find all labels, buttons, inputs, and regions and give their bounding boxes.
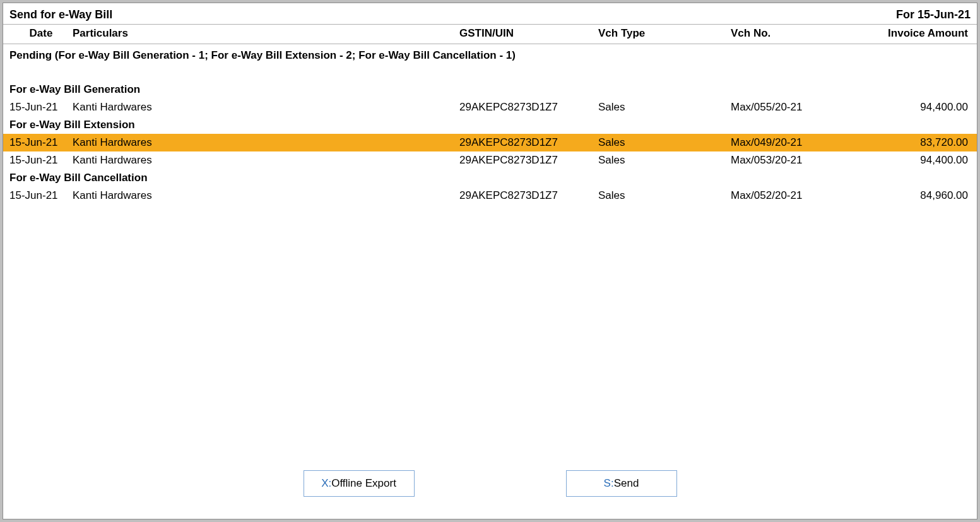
section-title: For e-Way Bill Cancellation	[3, 169, 977, 187]
offline-export-label: Offline Export	[331, 477, 396, 489]
cell-vchtype: Sales	[598, 188, 731, 203]
table-row[interactable]: 15-Jun-21Kanti Hardwares29AKEPC8273D1Z7S…	[3, 134, 977, 151]
cell-gstin: 29AKEPC8273D1Z7	[459, 100, 598, 115]
table-row[interactable]: 15-Jun-21Kanti Hardwares29AKEPC8273D1Z7S…	[3, 151, 977, 169]
table-row[interactable]: 15-Jun-21Kanti Hardwares29AKEPC8273D1Z7S…	[3, 187, 977, 205]
cell-particulars: Kanti Hardwares	[73, 153, 459, 168]
column-headers: Date Particulars GSTIN/UIN Vch Type Vch …	[3, 24, 977, 44]
cell-vchno: Max/053/20-21	[731, 153, 863, 168]
col-header-gstin: GSTIN/UIN	[459, 27, 598, 40]
cell-vchno: Max/052/20-21	[731, 188, 863, 203]
col-header-date: Date	[9, 27, 73, 40]
send-key: S:	[604, 477, 614, 489]
send-label: Send	[614, 477, 639, 489]
cell-vchtype: Sales	[598, 153, 731, 168]
section-title: For e-Way Bill Generation	[3, 81, 977, 98]
cell-amount: 83,720.00	[863, 135, 971, 150]
cell-particulars: Kanti Hardwares	[73, 135, 459, 150]
cell-particulars: Kanti Hardwares	[73, 188, 459, 203]
section-title: For e-Way Bill Extension	[3, 116, 977, 134]
col-header-particulars: Particulars	[73, 27, 459, 40]
eway-bill-window: Send for e-Way Bill For 15-Jun-21 Date P…	[3, 3, 977, 519]
table-row[interactable]: 15-Jun-21Kanti Hardwares29AKEPC8273D1Z7S…	[3, 98, 977, 116]
cell-vchno: Max/055/20-21	[731, 100, 863, 115]
cell-particulars: Kanti Hardwares	[73, 100, 459, 115]
cell-vchno: Max/049/20-21	[731, 135, 863, 150]
send-button[interactable]: S:Send	[566, 470, 677, 497]
cell-date: 15-Jun-21	[9, 153, 73, 168]
offline-export-key: X:	[321, 477, 331, 489]
cell-gstin: 29AKEPC8273D1Z7	[459, 188, 598, 203]
cell-vchtype: Sales	[598, 100, 731, 115]
offline-export-button[interactable]: X:Offline Export	[304, 470, 415, 497]
footer-actions: X:Offline Export S:Send	[3, 458, 977, 519]
cell-vchtype: Sales	[598, 135, 731, 150]
cell-date: 15-Jun-21	[9, 135, 73, 150]
cell-amount: 94,400.00	[863, 100, 971, 115]
window-header: Send for e-Way Bill For 15-Jun-21	[3, 3, 977, 24]
cell-date: 15-Jun-21	[9, 188, 73, 203]
page-title: Send for e-Way Bill	[9, 8, 112, 21]
cell-amount: 84,960.00	[863, 188, 971, 203]
body-area: Pending (For e-Way Bill Generation - 1; …	[3, 44, 977, 458]
col-header-vchtype: Vch Type	[598, 27, 731, 40]
cell-date: 15-Jun-21	[9, 100, 73, 115]
col-header-amount: Invoice Amount	[863, 27, 971, 40]
col-header-vchno: Vch No.	[731, 27, 863, 40]
pending-summary: Pending (For e-Way Bill Generation - 1; …	[3, 48, 977, 81]
cell-gstin: 29AKEPC8273D1Z7	[459, 135, 598, 150]
cell-gstin: 29AKEPC8273D1Z7	[459, 153, 598, 168]
page-date: For 15-Jun-21	[896, 8, 971, 21]
cell-amount: 94,400.00	[863, 153, 971, 168]
